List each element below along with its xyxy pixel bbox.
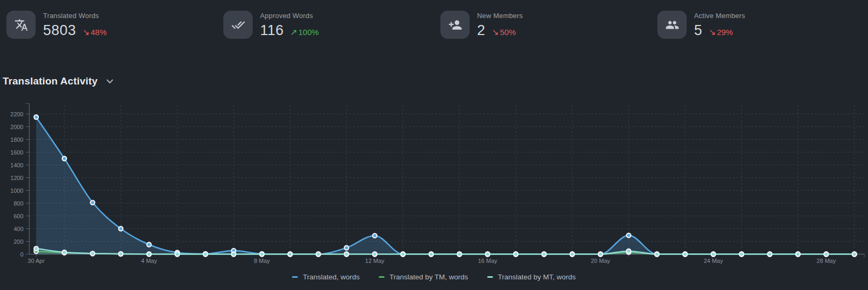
trend-value: 29% [717,28,733,37]
x-axis-tick-label: 16 May [478,258,498,264]
x-axis-tick-label: 28 May [816,258,836,264]
data-point[interactable] [598,252,603,257]
stat-label: Approved Words [260,12,319,20]
data-point[interactable] [147,243,151,247]
trend-up-icon: ↗ [290,27,297,37]
chevron-down-icon[interactable] [104,77,115,86]
data-point[interactable] [90,251,95,255]
stat-value: 116 [260,22,284,39]
data-point[interactable] [316,252,321,257]
data-point[interactable] [62,250,66,254]
data-point[interactable] [147,252,151,257]
series-line [36,117,854,254]
data-point[interactable] [90,200,95,204]
stat-label: Translated Words [43,12,107,20]
stat-card-approved-words: Approved Words 116 ↗100% [217,11,434,39]
data-point[interactable] [260,252,264,257]
stat-value: 2 [477,22,486,39]
chart-series [34,115,856,257]
data-point[interactable] [570,252,574,257]
data-point[interactable] [486,252,490,257]
data-point[interactable] [796,252,800,257]
legend-label: Translated, words [303,273,360,281]
stat-card-translated-words: Translated Words 5803 ↘48% [0,11,217,39]
translate-icon [6,11,36,39]
stat-value: 5 [694,22,703,39]
trend-down-icon: ↘ [709,27,716,37]
y-axis-tick-label: 1600 [11,149,23,156]
legend-label: Translated by MT, words [498,273,576,281]
data-point[interactable] [175,252,179,257]
y-axis-tick-label: 0 [20,251,23,258]
y-axis-tick-label: 200 [14,238,23,245]
data-point[interactable] [373,234,377,238]
people-icon [657,11,687,39]
data-point[interactable] [824,252,828,257]
data-point[interactable] [345,252,349,257]
y-axis-tick-label: 1200 [11,175,23,181]
data-point[interactable] [683,252,687,257]
data-point[interactable] [627,233,631,237]
data-point[interactable] [119,252,123,256]
chart-grid [29,105,864,254]
data-point[interactable] [457,252,462,257]
data-point[interactable] [514,252,518,257]
data-point[interactable] [627,249,631,253]
chart-legend: Translated, wordsTranslated by TM, words… [0,273,868,281]
legend-swatch [487,276,493,278]
data-point[interactable] [852,252,856,257]
translation-activity-chart: 0200400600800100012001400160018002000220… [0,101,868,290]
stat-value: 5803 [43,22,76,39]
data-point[interactable] [542,252,546,257]
stat-label: New Members [477,12,523,20]
trend-badge: ↘50% [492,27,516,37]
person-add-icon [440,11,470,39]
page-title: Translation Activity [3,75,98,87]
legend-swatch [379,276,385,278]
series-area [36,117,854,254]
trend-badge: ↗100% [290,27,319,37]
stat-label: Active Members [694,12,745,20]
y-axis-tick-label: 1400 [11,162,23,168]
data-point[interactable] [231,252,236,257]
done-all-icon [223,11,253,39]
trend-value: 50% [500,28,516,37]
x-axis-tick-label: 4 May [141,258,157,264]
data-point[interactable] [62,157,66,161]
stat-card-new-members: New Members 2 ↘50% [434,11,651,39]
x-axis-tick-label: 20 May [591,258,611,264]
y-axis-tick-label: 400 [14,226,23,232]
data-point[interactable] [288,252,293,257]
y-axis-tick-label: 600 [14,213,23,219]
legend-item-translated-tm[interactable]: Translated by TM, words [379,273,468,281]
data-point[interactable] [655,252,659,257]
y-axis-tick-label: 1000 [11,187,23,194]
data-point[interactable] [34,115,38,120]
data-point[interactable] [373,252,377,257]
data-point[interactable] [711,252,715,257]
y-axis-tick-label: 1800 [11,137,23,143]
x-axis-tick-label: 12 May [365,258,385,264]
chart-axes [26,104,864,258]
legend-swatch [292,276,298,278]
y-axis-tick-label: 2000 [11,124,23,130]
trend-value: 48% [90,28,106,37]
data-point[interactable] [345,246,349,250]
data-point[interactable] [119,227,123,231]
data-point[interactable] [34,246,38,251]
trend-value: 100% [298,28,319,37]
data-point[interactable] [739,252,744,257]
legend-item-translated[interactable]: Translated, words [292,273,360,281]
data-point[interactable] [203,252,207,257]
x-axis-tick-label: 8 May [254,258,270,264]
legend-item-translated-mt[interactable]: Translated by MT, words [487,273,576,281]
data-point[interactable] [767,252,772,257]
legend-label: Translated by TM, words [389,273,468,281]
data-point[interactable] [429,252,433,257]
trend-down-icon: ↘ [492,27,499,37]
series-translated [34,115,856,257]
x-axis-tick-label: 24 May [704,258,723,264]
y-axis-tick-label: 800 [14,200,23,207]
section-header: Translation Activity [3,75,115,87]
data-point[interactable] [401,252,405,257]
